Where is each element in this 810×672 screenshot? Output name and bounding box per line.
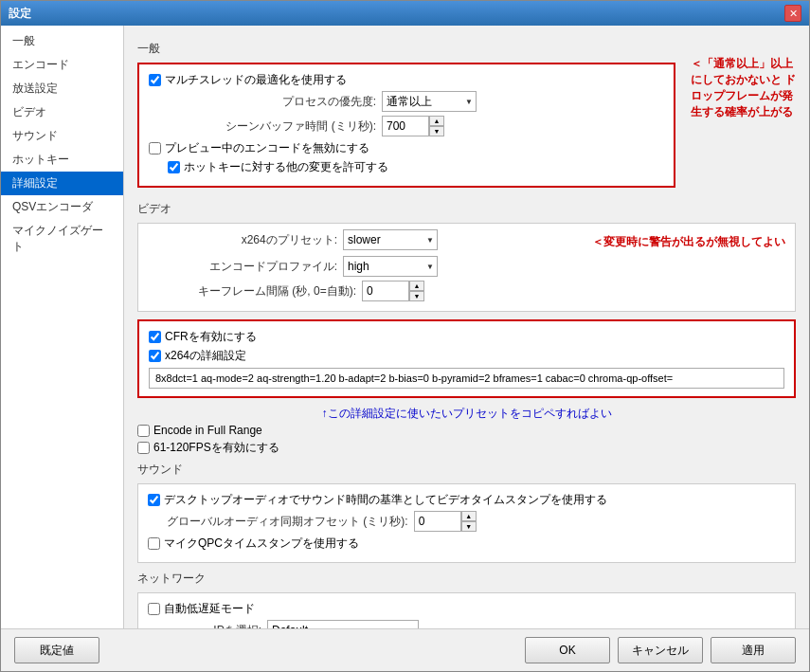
- x264-detail-row: x264の詳細設定: [149, 348, 784, 364]
- sidebar-item-4[interactable]: サウンド: [1, 124, 123, 148]
- scene-buffer-row: シーンバッファ時間 (ミリ秒): 700 ▲ ▼: [149, 116, 664, 136]
- params-box[interactable]: 8x8dct=1 aq-mode=2 aq-strength=1.20 b-ad…: [149, 368, 784, 389]
- video-section: x264のプリセット: slower ＜変更時に警告が出るが無視してよい: [137, 223, 796, 312]
- cfr-row: CFRを有効にする: [149, 329, 784, 345]
- desktop-audio-label: デスクトップオーディオでサウンド時間の基準としてビデオタイムスタンプを使用する: [164, 492, 607, 508]
- ip-select-wrapper: Default: [267, 620, 419, 628]
- cfr-checkbox[interactable]: [149, 331, 161, 343]
- x264-preset-wrapper: slower: [343, 229, 438, 250]
- fps-row: 61-120FPSを有効にする: [137, 440, 796, 456]
- x264-preset-label: x264のプリセット:: [167, 232, 337, 248]
- sidebar-item-8[interactable]: マイクノイズゲート: [1, 219, 123, 259]
- ok-button[interactable]: OK: [525, 637, 610, 663]
- encode-full-range-checkbox[interactable]: [137, 425, 150, 437]
- video-section-container: ビデオ x264のプリセット: slower: [137, 201, 796, 456]
- sidebar-item-3[interactable]: ビデオ: [1, 100, 123, 124]
- apply-button[interactable]: 適用: [711, 637, 796, 663]
- network-section: 自動低遅延モード IPを選択: Default 遅延調整係数: 20: [137, 592, 796, 628]
- process-priority-wrapper: 通常以上: [382, 91, 477, 112]
- process-priority-select[interactable]: 通常以上: [382, 91, 477, 112]
- ip-select[interactable]: Default: [267, 620, 419, 628]
- main-panel: 一般 マルチスレッドの最適化を使用する プロセスの優先度: 通常以上: [124, 26, 809, 628]
- keyframe-spinbox: 0 ▲ ▼: [362, 281, 424, 301]
- video-section-title: ビデオ: [137, 201, 796, 217]
- x264-preset-row: x264のプリセット: slower: [148, 229, 585, 250]
- sound-section: デスクトップオーディオでサウンド時間の基準としてビデオタイムスタンプを使用する …: [137, 483, 796, 563]
- multithread-label: マルチスレッドの最適化を使用する: [165, 72, 347, 88]
- x264-detail-checkbox[interactable]: [149, 350, 161, 362]
- sidebar-item-6[interactable]: 詳細設定: [1, 172, 123, 195]
- sidebar-item-7[interactable]: QSVエンコーダ: [1, 195, 123, 219]
- desktop-audio-checkbox[interactable]: [148, 494, 160, 506]
- mic-qpc-checkbox[interactable]: [148, 537, 160, 550]
- x264-preset-outer: x264のプリセット: slower ＜変更時に警告が出るが無視してよい: [148, 229, 785, 254]
- sidebar-item-2[interactable]: 放送設定: [1, 77, 123, 100]
- keyframe-down[interactable]: ▼: [409, 291, 424, 301]
- keyframe-row: キーフレーム間隔 (秒, 0=自動): 0 ▲ ▼: [148, 281, 785, 301]
- x264-preset-inner: x264のプリセット: slower: [148, 229, 585, 254]
- encode-profile-select[interactable]: high: [343, 256, 438, 277]
- close-button[interactable]: ✕: [784, 5, 801, 22]
- annotation1: ＜「通常以上」以上 にしておかないと ド ロップフレームが発 生する確率が上がる: [683, 56, 796, 120]
- multithread-row: マルチスレッドの最適化を使用する: [149, 72, 664, 88]
- keyframe-up[interactable]: ▲: [409, 281, 424, 291]
- auto-low-latency-checkbox[interactable]: [148, 603, 160, 615]
- cancel-button[interactable]: キャンセル: [618, 637, 703, 663]
- encode-profile-row: エンコードプロファイル: high: [148, 256, 785, 277]
- footer: 既定値 OK キャンセル 適用: [1, 628, 809, 671]
- disable-encode-checkbox[interactable]: [149, 142, 161, 154]
- global-audio-input[interactable]: 0: [414, 511, 461, 532]
- fps-checkbox[interactable]: [137, 442, 150, 454]
- sidebar-item-0[interactable]: 一般: [1, 29, 123, 53]
- fps-label: 61-120FPSを有効にする: [153, 440, 279, 456]
- keyframe-label: キーフレーム間隔 (秒, 0=自動):: [167, 283, 356, 300]
- titlebar: 設定 ✕: [1, 1, 809, 26]
- scene-buffer-down[interactable]: ▼: [429, 126, 444, 136]
- sound-section-title: サウンド: [137, 462, 796, 478]
- annotation1-line3: ロップフレームが発: [691, 88, 796, 104]
- multithread-checkbox[interactable]: [149, 74, 161, 86]
- window-title: 設定: [9, 6, 31, 22]
- global-audio-down[interactable]: ▼: [461, 521, 477, 532]
- auto-low-latency-row: 自動低遅延モード: [148, 601, 785, 617]
- global-audio-offset-label: グローバルオーディオ同期オフセット (ミリ秒):: [167, 514, 408, 530]
- mic-qpc-row: マイクQPCタイムスタンプを使用する: [148, 536, 785, 552]
- network-section-title: ネットワーク: [137, 571, 796, 587]
- annotation3: ↑この詳細設定に使いたいプリセットをコピペすればよい: [137, 406, 796, 422]
- default-button[interactable]: 既定値: [14, 637, 99, 663]
- scene-buffer-input[interactable]: 700: [382, 116, 429, 136]
- sidebar-item-1[interactable]: エンコード: [1, 53, 123, 77]
- hotkey-changes-row: ホットキーに対する他の変更を許可する: [149, 159, 664, 175]
- scene-buffer-up[interactable]: ▲: [429, 116, 444, 126]
- sidebar: 一般エンコード放送設定ビデオサウンドホットキー詳細設定QSVエンコーダマイクノイ…: [1, 26, 124, 628]
- desktop-audio-row: デスクトップオーディオでサウンド時間の基準としてビデオタイムスタンプを使用する: [148, 492, 785, 508]
- global-audio-up[interactable]: ▲: [461, 511, 477, 521]
- hotkey-changes-checkbox[interactable]: [168, 161, 180, 173]
- auto-low-latency-label: 自動低遅延モード: [164, 601, 255, 617]
- keyframe-input[interactable]: 0: [362, 281, 409, 301]
- mic-qpc-label: マイクQPCタイムスタンプを使用する: [164, 536, 359, 552]
- cfr-label: CFRを有効にする: [165, 329, 257, 345]
- encode-full-range-label: Encode in Full Range: [153, 424, 262, 437]
- scene-buffer-label: シーンバッファ時間 (ミリ秒):: [168, 118, 376, 135]
- disable-encode-row: プレビュー中のエンコードを無効にする: [149, 140, 664, 156]
- annotation1-line1: ＜「通常以上」以上: [691, 56, 796, 72]
- annotation1-line2: にしておかないと ド: [691, 72, 796, 88]
- general-section-title: 一般: [137, 41, 675, 57]
- global-audio-spin-buttons: ▲ ▼: [461, 511, 477, 532]
- process-priority-label: プロセスの優先度:: [168, 94, 376, 110]
- sound-section-container: サウンド デスクトップオーディオでサウンド時間の基準としてビデオタイムスタンプを…: [137, 462, 796, 563]
- content-area: 一般エンコード放送設定ビデオサウンドホットキー詳細設定QSVエンコーダマイクノイ…: [1, 26, 809, 628]
- ip-select-row: IPを選択: Default: [148, 620, 785, 628]
- process-priority-row: プロセスの優先度: 通常以上: [149, 91, 664, 112]
- hotkey-changes-label: ホットキーに対する他の変更を許可する: [184, 159, 388, 175]
- footer-left: 既定値: [14, 637, 517, 663]
- x264-detail-label: x264の詳細設定: [165, 348, 246, 364]
- sidebar-item-5[interactable]: ホットキー: [1, 148, 123, 172]
- x264-preset-select[interactable]: slower: [343, 229, 438, 250]
- cfr-section: CFRを有効にする x264の詳細設定 8x8dct=1 aq-mode=2 a…: [137, 319, 796, 398]
- general-section: マルチスレッドの最適化を使用する プロセスの優先度: 通常以上 シーンバッフ: [137, 63, 675, 188]
- scene-buffer-spinbox: 700 ▲ ▼: [382, 116, 444, 136]
- annotation2: ＜変更時に警告が出るが無視してよい: [592, 234, 785, 250]
- keyframe-spin-buttons: ▲ ▼: [409, 281, 424, 301]
